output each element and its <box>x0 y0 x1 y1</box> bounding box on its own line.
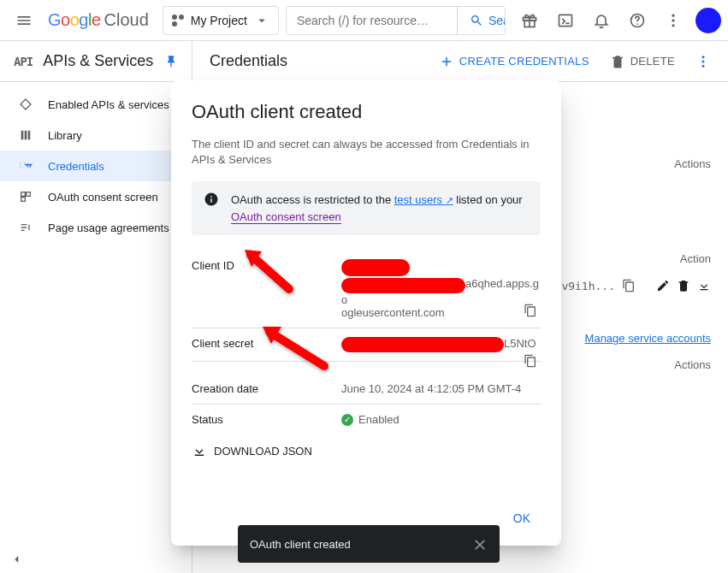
side-nav: Enabled APIs & services Library Credenti… <box>0 82 192 573</box>
edit-icon[interactable] <box>656 279 670 292</box>
toast-close-button[interactable] <box>472 536 488 552</box>
sub-header-right: Credentials CREATE CREDENTIALS DELETE <box>192 41 728 81</box>
actions-header-2: Actions <box>674 358 711 371</box>
redacted-area <box>341 259 410 276</box>
svg-point-5 <box>672 14 674 16</box>
check-icon: ✓ <box>341 414 353 426</box>
svg-point-8 <box>702 56 705 58</box>
cloud-text: Cloud <box>104 10 149 30</box>
overflow-button[interactable] <box>695 54 711 69</box>
copy-client-secret-button[interactable] <box>524 354 537 368</box>
oauth-consent-link[interactable]: OAuth consent screen <box>231 210 341 224</box>
creation-date-row: Creation date June 10, 2024 at 4:12:05 P… <box>192 374 541 405</box>
ok-button[interactable]: OK <box>503 505 541 532</box>
library-icon <box>17 128 34 142</box>
avatar[interactable] <box>695 8 721 33</box>
annotation-arrow <box>254 323 305 357</box>
logo[interactable]: Google Cloud <box>48 10 149 30</box>
dialog-title: OAuth client created <box>192 101 541 123</box>
nav-credentials[interactable]: Credentials <box>0 151 192 181</box>
nav-oauth-consent[interactable]: OAuth consent screen <box>0 181 192 212</box>
copy-client-id-button[interactable] <box>524 304 537 317</box>
api-badge: API <box>14 55 33 68</box>
manage-service-accounts-link[interactable]: Manage service accounts <box>585 332 711 345</box>
svg-point-10 <box>702 64 705 67</box>
project-icon <box>172 15 184 27</box>
delete-icon[interactable] <box>677 279 690 292</box>
product-title: APIs & Services <box>43 52 154 70</box>
search-box: Search <box>286 6 506 35</box>
google-logo-text: Google <box>48 10 101 30</box>
menu-button[interactable] <box>7 3 41 38</box>
more-icon[interactable] <box>656 3 690 38</box>
help-icon[interactable] <box>620 3 654 38</box>
pin-icon[interactable] <box>164 55 178 68</box>
test-users-link[interactable]: test users ↗ <box>394 193 453 206</box>
toast-message: OAuth client created <box>250 538 351 551</box>
client-id-value: a6qhed.apps.go ogleusercontent.com <box>341 259 541 319</box>
svg-point-9 <box>702 60 705 62</box>
svg-rect-12 <box>27 192 31 197</box>
diamond-icon <box>17 97 34 111</box>
plus-icon <box>439 54 454 69</box>
status-value: ✓ Enabled <box>341 413 541 426</box>
info-callout: OAuth access is restricted to the test u… <box>192 181 541 235</box>
sub-header-left: API APIs & Services <box>0 41 192 81</box>
bell-icon[interactable] <box>584 3 619 38</box>
search-input[interactable] <box>287 7 457 34</box>
search-icon <box>470 14 483 27</box>
more-vert-icon <box>695 54 711 69</box>
svg-rect-13 <box>21 198 26 202</box>
launch-icon: ↗ <box>446 195 453 205</box>
key-icon <box>17 158 34 174</box>
toast: OAuth client created <box>238 525 500 563</box>
dropdown-icon <box>254 13 269 28</box>
consent-icon <box>17 190 34 204</box>
terminal-icon[interactable] <box>548 3 583 38</box>
client-secret-value: L5NtO <box>341 337 541 352</box>
nav-enabled-apis[interactable]: Enabled APIs & services <box>0 89 192 120</box>
top-icons <box>512 3 721 38</box>
svg-point-6 <box>672 19 674 21</box>
actions-header: Actions <box>674 157 711 170</box>
svg-rect-3 <box>559 15 572 26</box>
copy-icon[interactable] <box>622 279 636 292</box>
svg-point-7 <box>672 24 674 27</box>
nav-library[interactable]: Library <box>0 120 192 151</box>
chevron-left-icon <box>10 552 24 566</box>
agreement-icon <box>17 221 34 234</box>
client-secret-row: Client secret L5NtO <box>192 328 541 362</box>
svg-rect-11 <box>21 192 26 197</box>
redacted-area <box>341 278 465 293</box>
oauth-created-dialog: OAuth client created The client ID and s… <box>171 80 561 546</box>
sub-header: API APIs & Services Credentials CREATE C… <box>0 41 728 82</box>
status-row: Status ✓ Enabled <box>192 405 541 434</box>
top-bar: Google Cloud My Project Search <box>0 0 728 41</box>
annotation-arrow <box>238 246 289 281</box>
download-json-button[interactable]: DOWNLOAD JSON <box>192 434 541 470</box>
status-label: Status <box>192 413 341 426</box>
trash-icon <box>610 54 625 69</box>
delete-button[interactable]: DELETE <box>610 54 675 69</box>
menu-icon <box>15 12 33 29</box>
project-picker[interactable]: My Project <box>163 6 279 35</box>
download-icon <box>192 443 207 458</box>
creation-date-label: Creation date <box>192 382 341 395</box>
collapse-button[interactable] <box>10 552 24 566</box>
creation-date-value: June 10, 2024 at 4:12:05 PM GMT-4 <box>341 382 541 395</box>
project-name: My Project <box>191 14 247 27</box>
close-icon <box>472 536 488 552</box>
action-header: Action <box>680 252 711 265</box>
download-icon[interactable] <box>697 279 711 292</box>
nav-page-usage[interactable]: Page usage agreements <box>0 212 192 243</box>
info-icon <box>204 192 219 225</box>
page-title: Credentials <box>210 52 287 70</box>
gift-icon[interactable] <box>512 3 547 38</box>
redacted-area <box>341 337 504 352</box>
info-text: OAuth access is restricted to the test u… <box>231 192 529 225</box>
dialog-subtitle: The client ID and secret can always be a… <box>192 137 541 168</box>
create-credentials-button[interactable]: CREATE CREDENTIALS <box>439 54 589 69</box>
search-button[interactable]: Search <box>457 7 506 34</box>
